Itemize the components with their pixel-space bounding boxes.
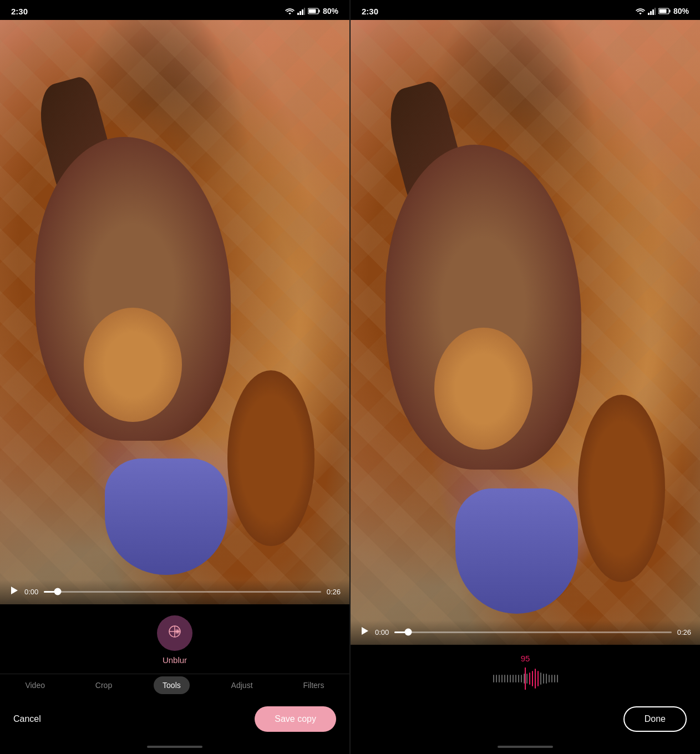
unblur-icon <box>166 623 183 644</box>
right-progress-thumb[interactable] <box>405 629 412 636</box>
right-video-container[interactable]: 0:00 0:26 <box>351 20 700 645</box>
battery-icon <box>308 8 320 14</box>
center-marker <box>525 668 526 690</box>
right-battery-icon <box>658 8 671 14</box>
right-status-right: 80% <box>636 7 689 16</box>
slider-tick <box>537 671 539 686</box>
left-progress-track[interactable] <box>44 591 321 593</box>
slider-tick <box>551 675 552 682</box>
svg-rect-19 <box>659 9 666 13</box>
svg-marker-20 <box>362 627 368 635</box>
left-status-bar: 2:30 80% <box>0 0 349 20</box>
slider-tick <box>501 675 503 682</box>
right-time: 2:30 <box>362 7 378 16</box>
right-dog-snout <box>434 328 532 450</box>
slider-tick <box>529 673 530 685</box>
dog-snout <box>84 308 181 422</box>
right-playback-bar: 0:00 0:26 <box>351 620 700 645</box>
slider-tick <box>546 674 547 684</box>
slider-tick <box>540 673 541 685</box>
slider-ticks-container[interactable] <box>364 668 687 690</box>
left-video-frame <box>0 20 349 604</box>
slider-tick <box>499 675 500 682</box>
svg-point-12 <box>176 630 179 633</box>
slider-tick <box>493 675 494 682</box>
cancel-button[interactable]: Cancel <box>13 714 41 724</box>
right-panel: 2:30 80% <box>351 0 700 754</box>
slider-tick <box>515 675 516 682</box>
tab-crop[interactable]: Crop <box>87 676 121 694</box>
left-current-time: 0:00 <box>24 588 38 596</box>
slider-tick <box>521 675 522 682</box>
svg-rect-1 <box>300 11 301 15</box>
svg-rect-3 <box>304 8 305 15</box>
slider-tick <box>518 675 519 682</box>
svg-rect-16 <box>655 8 656 15</box>
slider-tick <box>504 675 505 682</box>
slider-tick <box>513 675 514 682</box>
tab-filters[interactable]: Filters <box>294 676 333 694</box>
right-status-bar: 2:30 80% <box>351 0 700 20</box>
left-home-bar <box>147 746 202 748</box>
slider-tick <box>532 671 533 686</box>
right-blue-toy <box>455 488 578 613</box>
right-end-time: 0:26 <box>677 628 691 636</box>
right-signal-icon <box>648 8 656 15</box>
slider-value: 95 <box>364 654 687 663</box>
left-status-right: 80% <box>285 7 338 16</box>
unblur-icon-circle[interactable] <box>157 615 192 651</box>
left-video-container[interactable]: 0:00 0:26 <box>0 20 349 604</box>
slider-tick <box>557 675 558 682</box>
tab-adjust[interactable]: Adjust <box>222 676 262 694</box>
svg-rect-6 <box>308 9 316 13</box>
tab-video[interactable]: Video <box>16 676 54 694</box>
slider-tick <box>507 675 508 682</box>
left-bottom-section: Unblur Video Crop Tools Adjust Filters C… <box>0 604 349 754</box>
svg-rect-14 <box>650 11 652 15</box>
done-button[interactable]: Done <box>623 706 687 732</box>
left-panel: 2:30 80% <box>0 0 349 754</box>
right-wifi-icon <box>636 8 645 15</box>
right-action-bar: Done <box>351 701 700 743</box>
right-current-time: 0:00 <box>375 628 389 636</box>
right-play-button[interactable] <box>359 626 369 638</box>
left-home-indicator <box>0 743 349 754</box>
left-battery-text: 80% <box>323 7 338 16</box>
tab-tools[interactable]: Tools <box>154 676 190 694</box>
wifi-icon <box>285 8 295 15</box>
slider-tick <box>496 675 497 682</box>
slider-tick <box>535 669 536 689</box>
svg-rect-18 <box>669 10 670 13</box>
svg-rect-2 <box>302 9 303 15</box>
tool-display: Unblur <box>0 604 349 674</box>
left-play-button[interactable] <box>9 585 19 598</box>
blue-toy <box>105 458 227 575</box>
svg-rect-15 <box>652 9 654 15</box>
left-end-time: 0:26 <box>327 588 341 596</box>
slider-tick <box>554 675 555 682</box>
signal-icon <box>297 8 305 15</box>
left-time: 2:30 <box>11 7 28 16</box>
left-progress-thumb[interactable] <box>54 588 62 595</box>
svg-rect-13 <box>648 13 650 15</box>
svg-rect-5 <box>318 10 319 13</box>
unblur-svg <box>166 623 183 640</box>
right-brown-toy <box>578 395 666 582</box>
svg-rect-0 <box>297 13 299 15</box>
slider-tick <box>549 675 550 682</box>
right-battery-text: 80% <box>673 7 689 16</box>
right-progress-track[interactable] <box>394 631 671 633</box>
slider-tick <box>510 675 511 682</box>
right-home-indicator <box>351 743 700 754</box>
tab-navigation: Video Crop Tools Adjust Filters <box>0 674 349 701</box>
brown-toy <box>227 370 315 546</box>
left-playback-bar: 0:00 0:26 <box>0 580 349 604</box>
right-home-bar <box>498 746 553 748</box>
slider-tick <box>543 674 544 684</box>
adjustment-panel: 95 <box>351 645 700 701</box>
slider-tick <box>526 674 527 684</box>
svg-marker-7 <box>11 587 18 594</box>
save-copy-button[interactable]: Save copy <box>255 706 336 732</box>
unblur-label: Unblur <box>163 655 187 665</box>
left-action-bar: Cancel Save copy <box>0 701 349 743</box>
